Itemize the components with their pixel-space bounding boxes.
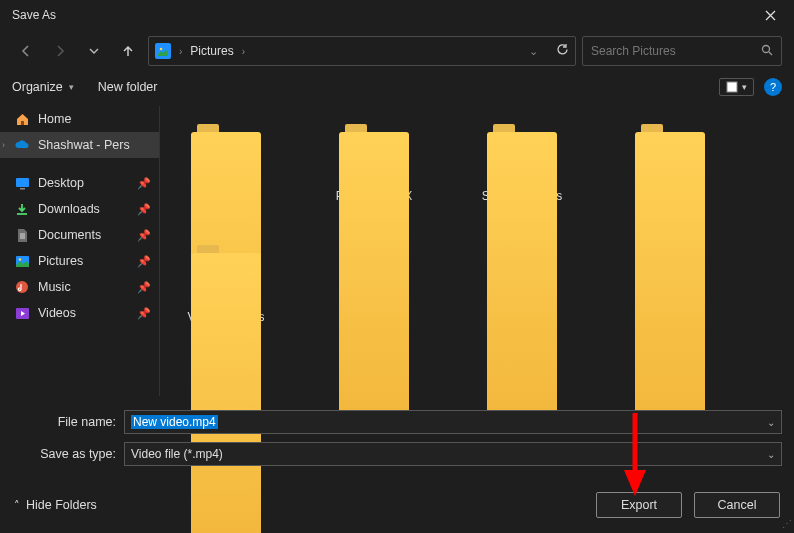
sidebar-item-label: Videos <box>38 306 76 320</box>
svg-rect-6 <box>16 178 29 187</box>
pin-icon: 📌 <box>137 177 151 190</box>
chevron-down-icon: ▾ <box>742 82 747 92</box>
downloads-icon <box>14 201 30 217</box>
home-icon <box>14 111 30 127</box>
pictures-icon <box>14 253 30 269</box>
back-button[interactable] <box>12 37 40 65</box>
arrow-up-icon <box>121 44 135 58</box>
resize-grip[interactable]: ⋰ <box>782 518 790 529</box>
chevron-down-icon[interactable]: ⌄ <box>767 417 775 428</box>
view-icon <box>726 81 738 93</box>
forward-button[interactable] <box>46 37 74 65</box>
nav-sidebar: Home › Shashwat - Pers Desktop 📌 Downloa… <box>0 106 160 396</box>
close-icon <box>765 10 776 21</box>
chevron-right-icon: › <box>242 46 245 57</box>
view-options-button[interactable]: ▾ <box>719 78 754 96</box>
organize-menu[interactable]: Organize ▾ <box>12 80 74 94</box>
help-icon: ? <box>770 81 776 93</box>
sidebar-item-documents[interactable]: Documents 📌 <box>0 222 159 248</box>
refresh-button[interactable] <box>556 43 569 59</box>
sidebar-item-home[interactable]: Home <box>0 106 159 132</box>
cloud-icon <box>14 137 30 153</box>
svg-rect-5 <box>21 121 24 125</box>
folder-item[interactable]: Saved Pictures <box>468 124 576 205</box>
up-button[interactable] <box>114 37 142 65</box>
pin-icon: 📌 <box>137 281 151 294</box>
svg-point-1 <box>160 48 163 51</box>
folder-item[interactable]: PhotoScape X <box>320 124 428 205</box>
folder-icon <box>487 124 557 179</box>
pin-icon: 📌 <box>137 307 151 320</box>
chevron-down-icon: ▾ <box>69 82 74 92</box>
filename-input[interactable]: New video.mp4 ⌄ <box>124 410 782 434</box>
filename-value: New video.mp4 <box>131 415 218 429</box>
sidebar-item-music[interactable]: Music 📌 <box>0 274 159 300</box>
folder-icon <box>191 245 261 300</box>
svg-rect-7 <box>20 188 25 190</box>
search-box[interactable] <box>582 36 782 66</box>
toolbar: Organize ▾ New folder ▾ ? <box>0 72 794 106</box>
music-icon <box>14 279 30 295</box>
refresh-icon <box>556 43 569 56</box>
sidebar-item-videos[interactable]: Videos 📌 <box>0 300 159 326</box>
folder-icon <box>191 124 261 179</box>
chevron-up-icon: ˄ <box>14 499 20 512</box>
chevron-right-icon[interactable]: › <box>2 140 5 150</box>
sidebar-item-label: Home <box>38 112 71 126</box>
pin-icon: 📌 <box>137 203 151 216</box>
folder-item[interactable]: Screenshots <box>616 124 724 205</box>
folder-icon <box>635 124 705 179</box>
sidebar-item-downloads[interactable]: Downloads 📌 <box>0 196 159 222</box>
arrow-left-icon <box>19 44 33 58</box>
folder-icon <box>339 124 409 179</box>
folder-item[interactable]: Camera Roll <box>172 124 280 205</box>
sidebar-item-onedrive[interactable]: › Shashwat - Pers <box>0 132 159 158</box>
pictures-location-icon <box>155 43 171 59</box>
chevron-down-icon[interactable]: ⌄ <box>767 449 775 460</box>
savetype-select[interactable]: Video file (*.mp4) ⌄ <box>124 442 782 466</box>
hide-folders-label: Hide Folders <box>26 498 97 512</box>
breadcrumb-pictures[interactable]: Pictures <box>190 44 233 58</box>
svg-point-9 <box>18 258 21 261</box>
address-bar[interactable]: › Pictures › ⌄ <box>148 36 576 66</box>
title-bar: Save As <box>0 0 794 30</box>
sidebar-item-label: Desktop <box>38 176 84 190</box>
svg-point-10 <box>16 281 28 293</box>
bottom-bar: ˄ Hide Folders Export Cancel <box>0 472 794 528</box>
folder-item[interactable]: Video Projects <box>172 245 280 326</box>
export-button[interactable]: Export <box>596 492 682 518</box>
file-list[interactable]: Camera Roll PhotoScape X Saved Pictures … <box>160 106 794 396</box>
svg-point-2 <box>763 45 770 52</box>
chevron-right-icon: › <box>179 46 182 57</box>
sidebar-item-label: Downloads <box>38 202 100 216</box>
sidebar-item-desktop[interactable]: Desktop 📌 <box>0 170 159 196</box>
cancel-button[interactable]: Cancel <box>694 492 780 518</box>
savetype-value: Video file (*.mp4) <box>131 447 223 461</box>
window-title: Save As <box>12 8 56 22</box>
search-input[interactable] <box>591 44 753 58</box>
svg-rect-3 <box>727 82 737 92</box>
sidebar-item-pictures[interactable]: Pictures 📌 <box>0 248 159 274</box>
search-icon <box>761 44 773 59</box>
filename-label: File name: <box>12 415 124 429</box>
pin-icon: 📌 <box>137 229 151 242</box>
chevron-down-icon[interactable]: ⌄ <box>529 45 538 58</box>
sidebar-item-label: Pictures <box>38 254 83 268</box>
chevron-down-icon <box>89 46 99 56</box>
pin-icon: 📌 <box>137 255 151 268</box>
sidebar-item-label: Documents <box>38 228 101 242</box>
help-button[interactable]: ? <box>764 78 782 96</box>
new-folder-button[interactable]: New folder <box>98 80 158 94</box>
sidebar-item-label: Shashwat - Pers <box>38 138 130 152</box>
organize-label: Organize <box>12 80 63 94</box>
hide-folders-button[interactable]: ˄ Hide Folders <box>14 498 97 512</box>
sidebar-item-label: Music <box>38 280 71 294</box>
desktop-icon <box>14 175 30 191</box>
recent-locations-button[interactable] <box>80 37 108 65</box>
videos-icon <box>14 305 30 321</box>
savetype-label: Save as type: <box>12 447 124 461</box>
content-area: Home › Shashwat - Pers Desktop 📌 Downloa… <box>0 106 794 396</box>
documents-icon <box>14 227 30 243</box>
nav-row: › Pictures › ⌄ <box>0 30 794 72</box>
close-button[interactable] <box>750 0 790 30</box>
